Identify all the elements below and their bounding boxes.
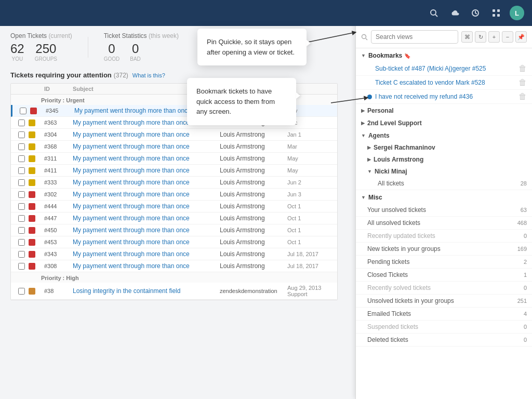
row-checkbox[interactable] — [18, 215, 25, 222]
ticket-id: #363 — [44, 119, 73, 126]
row-checkbox[interactable] — [18, 251, 25, 258]
bookmark-item[interactable]: Ticket C escalated to vendor Mark #528🗑 — [356, 76, 532, 90]
refresh-btn[interactable]: ↻ — [475, 31, 486, 43]
grid-icon[interactable] — [489, 6, 503, 20]
ticket-subject[interactable]: My payment went through more than once — [73, 215, 220, 222]
table-row[interactable]: #302My payment went through more than on… — [11, 189, 337, 201]
misc-view-item[interactable]: Suspended tickets0 — [356, 321, 532, 334]
table-row[interactable]: #453My payment went through more than on… — [11, 236, 337, 248]
avatar[interactable]: L — [510, 6, 524, 20]
search-actions: ⌘ ↻ + − 📌 — [461, 31, 527, 43]
misc-section-header[interactable]: ▼ Misc — [356, 190, 532, 204]
cloud-icon[interactable] — [447, 6, 462, 20]
delete-bookmark-btn[interactable]: 🗑 — [518, 64, 527, 73]
ticket-date: Mar — [287, 143, 334, 150]
table-row[interactable]: #308My payment went through more than on… — [11, 260, 337, 272]
row-checkbox[interactable] — [18, 155, 25, 162]
table-row[interactable]: #447My payment went through more than on… — [11, 212, 337, 224]
misc-item-count: 4 — [514, 311, 527, 317]
clock-icon[interactable] — [468, 6, 483, 20]
row-checkbox[interactable] — [18, 239, 25, 246]
row-checkbox[interactable] — [18, 131, 25, 138]
misc-view-item[interactable]: Your unsolved tickets63 — [356, 204, 532, 217]
agents-section-header[interactable]: ▼ Agents — [356, 129, 532, 141]
second-level-section-header[interactable]: ▶ 2nd Level Support — [356, 116, 532, 129]
agent-sergei[interactable]: ▶ Sergei Rachmaninov — [356, 141, 532, 153]
bookmarks-section-header[interactable]: ▼ Bookmarks 🔖 — [356, 48, 532, 62]
agent-louis[interactable]: ▶ Louis Armstrong — [356, 153, 532, 165]
ticket-subject[interactable]: My payment went through more than once — [73, 227, 220, 234]
misc-view-item[interactable]: Recently solved tickets0 — [356, 282, 532, 295]
table-row[interactable]: #411My payment went through more than on… — [11, 165, 337, 177]
misc-view-item[interactable]: Closed Tickets1 — [356, 269, 532, 282]
checkbox-cell — [14, 215, 29, 222]
ticket-subject[interactable]: My payment went through more than once — [73, 155, 220, 162]
remove-btn[interactable]: − — [502, 31, 513, 43]
table-row[interactable]: #368My payment went through more than on… — [11, 141, 337, 153]
row-checkbox[interactable] — [18, 179, 25, 186]
ticket-subject[interactable]: My payment went through more than once — [73, 262, 220, 270]
ticket-subject[interactable]: Losing integrity in the containment fiel… — [73, 287, 220, 295]
checkbox-cell — [14, 167, 29, 174]
what-is-this-link[interactable]: What is this? — [132, 72, 165, 78]
checkbox-cell — [14, 155, 29, 162]
table-row[interactable]: #38Losing integrity in the containment f… — [11, 283, 337, 300]
agent-nicki[interactable]: ▼ Nicki Minaj — [356, 165, 532, 177]
ticket-subject[interactable]: My payment went through more than once — [73, 179, 220, 186]
high-rows: #38Losing integrity in the containment f… — [11, 283, 337, 300]
louis-arrow: ▶ — [367, 157, 371, 162]
nicki-all-tickets[interactable]: All tickets 28 — [356, 177, 532, 190]
row-checkbox[interactable] — [20, 108, 26, 114]
open-tickets-section: Open Tickets (current) 62 YOU 250 GROUPS — [10, 32, 72, 62]
priority-indicator — [29, 167, 35, 174]
row-checkbox[interactable] — [18, 288, 25, 295]
ticket-subject[interactable]: My payment went through more than once — [73, 143, 220, 150]
ticket-subject[interactable]: My payment went through more than once — [73, 191, 220, 198]
add-btn[interactable]: + — [488, 31, 500, 43]
ticket-date: Oct 1 — [287, 215, 334, 221]
quickie-panel: Quickie ⌘ ↻ + − 📌 ▼ Bookmarks 🔖 Sub-tick… — [355, 0, 532, 399]
row-checkbox[interactable] — [18, 203, 25, 210]
ticket-requester: Louis Armstrong — [220, 167, 287, 174]
ticket-date: Jul 18, 2017 — [287, 263, 334, 269]
row-checkbox[interactable] — [18, 191, 25, 198]
misc-view-item[interactable]: All unsolved tickets468 — [356, 217, 532, 230]
row-checkbox[interactable] — [18, 167, 25, 174]
quickie-search-bar: ⌘ ↻ + − 📌 — [356, 26, 532, 48]
misc-view-item[interactable]: Recently updated tickets0 — [356, 230, 532, 243]
pin-sidebar-btn[interactable]: 📌 — [515, 31, 527, 43]
delete-bookmark-btn[interactable]: 🗑 — [518, 78, 527, 87]
table-row[interactable]: #333My payment went through more than on… — [11, 177, 337, 189]
row-checkbox[interactable] — [18, 143, 25, 150]
ticket-subject[interactable]: My payment went through more than once — [73, 238, 220, 246]
misc-view-item[interactable]: Pending tickets2 — [356, 256, 532, 269]
agents-arrow: ▼ — [361, 133, 366, 138]
row-checkbox[interactable] — [18, 227, 25, 234]
delete-bookmark-btn[interactable]: 🗑 — [518, 92, 527, 101]
personal-section-header[interactable]: ▶ Personal — [356, 104, 532, 116]
bookmark-item[interactable]: Sub-ticket of #487 (Micki Aj)gerger #525… — [356, 62, 532, 76]
misc-view-item[interactable]: New tickets in your groups169 — [356, 243, 532, 256]
ticket-requester: Louis Armstrong — [220, 250, 287, 258]
ticket-requester: Louis Armstrong — [220, 143, 287, 150]
table-row[interactable]: #444My payment went through more than on… — [11, 201, 337, 212]
table-row[interactable]: #311My payment went through more than on… — [11, 153, 337, 165]
row-checkbox[interactable] — [18, 263, 25, 270]
keyboard-shortcut-btn[interactable]: ⌘ — [461, 31, 473, 43]
ticket-subject[interactable]: My payment went through more than once — [73, 250, 220, 258]
ticket-subject[interactable]: My payment went through more than once — [73, 167, 220, 174]
ticket-subject[interactable]: My payment went through more than once — [73, 203, 220, 210]
table-row[interactable]: #304My payment went through more than on… — [11, 129, 337, 141]
misc-view-item[interactable]: Unsolved tickets in your groups251 — [356, 295, 532, 308]
ticket-subject[interactable]: My payment went through more than once — [73, 131, 220, 138]
search-views-input[interactable] — [371, 30, 458, 44]
bookmark-item[interactable]: I have not received my refund #436🗑 — [356, 90, 532, 104]
table-row[interactable]: #450My payment went through more than on… — [11, 224, 337, 236]
row-checkbox[interactable] — [18, 119, 25, 126]
misc-view-item[interactable]: Emailed Tickets4 — [356, 308, 532, 321]
nicki-arrow: ▼ — [367, 169, 372, 174]
search-icon[interactable] — [427, 6, 441, 20]
misc-view-item[interactable]: Deleted tickets0 — [356, 334, 532, 347]
table-row[interactable]: #343My payment went through more than on… — [11, 248, 337, 260]
checkbox-cell — [14, 203, 29, 210]
